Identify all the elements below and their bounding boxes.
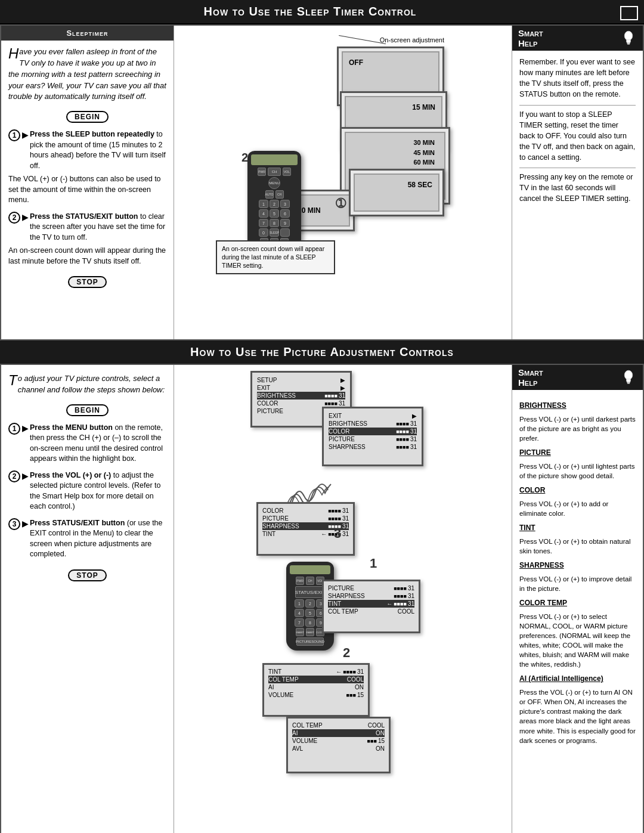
picture-intro-text: o adjust your TV picture controls, selec… [18,374,165,394]
smart-help-title-block: Smart Help [518,28,543,48]
picture-adj-section: How to Use the Picture Adjustment Contro… [0,340,644,833]
pic-screen-5-content: TINT←■■■■31 COL TEMPCOOL AION VOLUME■■■1… [264,665,368,702]
step2-arrow-icon: ▶ [22,212,29,224]
smart-help-para1: Remember. If you ever want to see how ma… [519,57,636,100]
menu5-tint: TINT←■■■■31 [268,668,364,676]
remote-numpad: 1 2 3 4 5 6 7 8 9 0 SLEEP [259,200,290,237]
menu6-coltemp: COL TEMPCOOL [292,721,385,729]
remote-top-buttons: PWR CH VOL [251,168,298,176]
picture-step3-title: Press STATUS/EXIT button [30,519,125,527]
brightness-text: Press VOL (-) or (+) until darkest parts… [519,414,636,443]
menu5-coltemp: COL TEMPCOOL [268,676,364,683]
menu2-exit: EXIT▶ [329,412,417,420]
pic-picsound-btn: PICTURESOUND [296,637,324,646]
menu3-color: COLOR■■■■31 [262,507,349,515]
picture-smart-help-title-block: Smart Help [518,367,543,388]
pic-btn-8: 8 [305,618,315,627]
picture-left-body: To adjust your TV picture controls, sele… [1,365,174,594]
picture-adj-header: How to Use the Picture Adjustment Contro… [0,340,644,364]
note-text: An on-screen count down will appear duri… [222,245,324,269]
menu-row-setup: SETUP▶ [257,376,345,384]
auto-btn: AUTO [265,190,274,199]
color-text: Press VOL (-) or (+) to add or eliminate… [519,499,636,518]
sleep-timer-left-panel: Sleeptimer Have you ever fallen asleep i… [1,26,174,339]
sharpness-section: SHARPNESS Press VOL (-) or (+) to improv… [519,561,636,593]
sleep-timer-mid-panel: On-screen adjustment OFF 15 MIN [174,26,512,339]
remote-pic-numpad: 1 2 3 4 5 6 7 8 9 [295,599,326,627]
sleeptimer-intro: Have you ever fallen asleep in front of … [8,47,166,103]
menu6-avl: AVLON [292,745,385,753]
svg-rect-1 [627,42,630,44]
pic-screen-5: TINT←■■■■31 COL TEMPCOOL AION VOLUME■■■1… [262,663,370,717]
pic-screen-6: COL TEMPCOOL AION VOLUME■■■15 AVLON [286,717,391,773]
pic-num-3: 3 [334,526,341,541]
btn-7: 7 [259,219,268,227]
menu5-volume: VOLUME■■■15 [268,691,364,699]
timer-illustration: On-screen adjustment OFF 15 MIN [236,32,450,234]
pic-btn-2: 2 [305,599,315,608]
btn-2: 2 [270,200,279,208]
ai-section: AI (Artificial Intelligence) Press the V… [519,674,636,745]
15min-label: 15 MIN [412,103,435,112]
pointer-1: ➀ [336,196,346,210]
picture-smart-help-body: BRIGHTNESS Press VOL (-) or (+) until da… [512,390,643,755]
screen-58sec-inner: 58 SEC [354,174,439,212]
smart-help-body: Remember. If you ever want to see how ma… [512,51,643,215]
picture-step3-content: Press STATUS/EXIT button (or use the EXI… [30,518,166,560]
pic-screen-2-content: EXIT▶ BRIGHTNESS■■■■31 COLOR■■■■31 PICTU… [324,408,422,454]
picture-step3-num: 3 [8,518,20,530]
pic-ch-btn: CH [306,577,314,585]
picture-step2-content: Press the VOL (+) or (-) to adjust the s… [30,470,166,512]
tint-heading: TINT [519,523,636,533]
svg-rect-4 [627,382,630,383]
menu4-pic2: PICTURE■■■■31 [328,584,414,592]
pic-btn-4: 4 [295,609,304,617]
pic-num-1: 1 [370,556,377,571]
picture-step1-content: Press the MENU button on the remote, the… [30,423,166,465]
picture-step1-title: Press the MENU button [30,423,113,432]
step2b-text: An on-screen count down will appear duri… [8,246,166,267]
pointer-2: 2 [242,151,248,165]
step1: 1 ▶ Press the SLEEP button repeatedly to… [8,129,166,206]
picture-step2-num: 2 [8,470,20,482]
brightness-heading: BRIGHTNESS [519,401,636,411]
pic-smart1-btn: SMART [296,628,304,636]
step1-number: 1 [8,129,20,141]
sleeptimer-header-text: Sleeptimer [66,29,108,38]
sharpness-text: Press VOL (-) or (+) to improve detail i… [519,574,636,593]
picture-stop-badge: STOP [68,569,106,581]
picture-step2-title: Press the VOL (+) or (-) [30,471,111,479]
picture-smart-help-header: Smart Help [512,365,643,390]
color-section: COLOR Press VOL (-) or (+) to add or eli… [519,485,636,518]
menu4-coltemp: COL TEMPCOOL [328,608,414,615]
menu2-brightness: BRIGHTNESS■■■■31 [329,420,417,428]
menu4-sharp: SHARPNESS■■■■31 [328,592,414,600]
label-line [339,35,386,44]
brightness-section: BRIGHTNESS Press VOL (-) or (+) until da… [519,401,636,443]
remote-nav-row: AUTO CH [251,190,298,199]
menu-row-exit: EXIT▶ [257,384,345,392]
picture-right-panel: Smart Help BRIGHTNESS Press VOL (-) or (… [512,365,643,833]
btn-8: 8 [270,219,279,227]
btn-1: 1 [259,200,268,208]
menu6-ai: AION [292,729,385,737]
picture-step2-arrow: ▶ [22,470,29,482]
menu-row-brightness: BRIGHTNESS■■■■31 [257,392,345,400]
picture-intro-letter: T [8,373,17,388]
btn-9: 9 [280,219,290,227]
picture-step3: 3 ▶ Press STATUS/EXIT button (or use the… [8,518,166,560]
picture-bulb-icon [620,369,637,386]
ai-text: Press the VOL (-) or (+) to turn AI ON o… [519,688,636,745]
picture-smart-title-2: Help [518,377,543,388]
picture-mid-panel: SETUP▶ EXIT▶ BRIGHTNESS■■■■31 COLOR■■■■3… [174,365,512,833]
pic-pwr-btn: PWR [296,577,304,585]
58sec-label: 58 SEC [408,181,432,189]
picture-section: PICTURE Press VOL (-) or (+) until light… [519,448,636,481]
step2-content: Press the STATUS/EXIT button to clear th… [30,212,166,243]
svg-rect-5 [627,383,630,384]
remote-pic-picsound: PICTURESOUND [290,637,330,646]
intro-big-letter: H [8,47,18,61]
smart-help-title-2: Help [518,38,543,48]
colortemp-heading: COLOR TEMP [519,598,636,608]
sleep-timer-content: Sleeptimer Have you ever fallen asleep i… [0,24,644,340]
